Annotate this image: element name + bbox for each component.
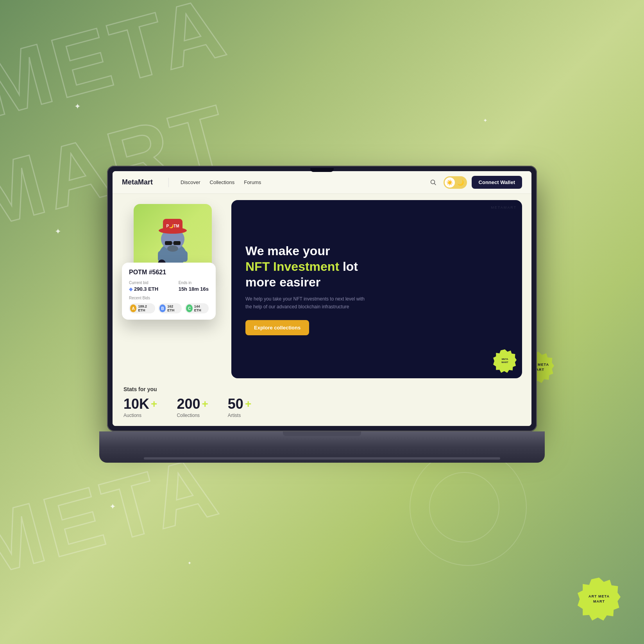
nft-title: POTM #5621 <box>129 269 209 276</box>
bid-avatar-1: A 189.2 ETH <box>129 303 155 313</box>
theme-toggle[interactable]: ☀️ 🌙 <box>444 176 467 189</box>
hero-dark-panel: METAMART We make your NFT Investment lot… <box>231 200 522 378</box>
nav-collections[interactable]: Collections <box>210 179 235 185</box>
metamart-badge: METAMART <box>493 349 517 373</box>
recent-bids-label: Recent Bids <box>129 296 209 300</box>
panel-watermark: METAMART <box>491 206 517 209</box>
ends-in-label: Ends in <box>179 281 209 285</box>
current-bid-label: Current bid <box>129 281 158 285</box>
nft-card-wrapper: P🌙TM <box>122 200 224 378</box>
svg-rect-12 <box>182 251 188 262</box>
hero-subtitle: We help you take your NFT investments to… <box>245 295 370 310</box>
search-button[interactable] <box>428 177 439 188</box>
camera <box>310 168 334 172</box>
badge-inner-text: METAMART <box>501 358 508 364</box>
badge-shape: METAMART <box>493 349 517 373</box>
sparkle-5: ✦ <box>188 560 191 566</box>
stats-row: 10K + Auctions 200 + Collections <box>123 397 521 418</box>
sparkle-1: ✦ <box>74 102 81 111</box>
svg-line-1 <box>434 183 436 185</box>
headline-accent: NFT Investment <box>245 259 339 274</box>
svg-text:P🌙TM: P🌙TM <box>166 224 179 229</box>
headline-part2: more easirer <box>245 275 320 289</box>
laptop-base-bottom <box>144 457 500 460</box>
nav-forums[interactable]: Forums <box>244 179 261 185</box>
nft-character-svg: P🌙TM <box>145 208 200 270</box>
moon-icon: 🌙 <box>457 179 464 186</box>
sparkle-4: ✦ <box>483 117 488 123</box>
stats-label: Stats for you <box>123 386 521 392</box>
stats-section: Stats for you 10K + Auctions 200 <box>122 386 522 418</box>
sparkle-3: ✦ <box>109 502 116 511</box>
headline-part1: We make your <box>245 244 330 258</box>
stat-artists: 50 + Artists <box>228 397 251 418</box>
stat-artists-plus: + <box>245 399 251 410</box>
svg-point-10 <box>167 245 178 252</box>
current-bid-value: ◆ 290.3 ETH <box>129 286 158 292</box>
bid-avatar-2: B 162 ETH <box>158 303 182 313</box>
sun-theme-btn[interactable]: ☀️ <box>445 177 455 188</box>
screen-bezel: MetaMart Discover Collections Forums ☀️ <box>107 166 537 431</box>
deco-circle-1 <box>410 449 527 566</box>
screen: MetaMart Discover Collections Forums ☀️ <box>113 171 531 426</box>
bottom-right-badge: ART METAMART <box>578 578 621 621</box>
bid-amount-2: 162 ETH <box>167 304 179 312</box>
hero-headline: We make your NFT Investment lot more eas… <box>245 243 508 290</box>
avatar-3: C <box>186 304 192 312</box>
nav-right: ☀️ 🌙 Connect Wallet <box>428 176 522 189</box>
ends-in-value: 15h 18m 16s <box>179 286 209 292</box>
ends-in-section: Ends in 15h 18m 16s <box>179 281 209 292</box>
stat-collections: 200 + Collections <box>177 397 208 418</box>
connect-wallet-button[interactable]: Connect Wallet <box>472 176 522 189</box>
current-bid-section: Current bid ◆ 290.3 ETH <box>129 281 158 292</box>
explore-button[interactable]: Explore collections <box>245 320 309 335</box>
headline-lot: lot <box>343 259 358 274</box>
avatar-1: A <box>130 304 136 312</box>
stat-artists-number: 50 + <box>228 397 251 411</box>
eth-diamond-icon: ◆ <box>129 286 132 292</box>
bid-avatars: A 189.2 ETH B 162 ETH C 144 ETH <box>129 303 209 313</box>
nav-divider <box>168 178 169 187</box>
stat-auctions: 10K + Auctions <box>123 397 157 418</box>
main-content: P🌙TM <box>113 194 531 426</box>
stat-collections-plus: + <box>202 399 208 410</box>
bid-info-row: Current bid ◆ 290.3 ETH Ends in 15h 18m … <box>129 281 209 292</box>
logo: MetaMart <box>122 178 153 186</box>
stat-auctions-plus: + <box>151 399 157 410</box>
stat-artists-label: Artists <box>228 413 251 418</box>
nft-bid-card: POTM #5621 Current bid ◆ 290.3 ETH <box>122 263 216 320</box>
stat-collections-label: Collections <box>177 413 208 418</box>
badge-text-br: ART METAMART <box>589 594 610 604</box>
stat-collections-number: 200 + <box>177 397 208 411</box>
sparkle-2: ✦ <box>55 227 61 236</box>
bid-avatar-3: C 144 ETH <box>185 303 209 313</box>
stat-auctions-number: 10K + <box>123 397 157 411</box>
bid-amount-1: 189.2 ETH <box>138 304 152 312</box>
deco-circle-2 <box>429 472 499 542</box>
bid-amount-3: 144 ETH <box>194 304 206 312</box>
svg-rect-7 <box>165 241 172 245</box>
moon-theme-btn[interactable]: 🌙 <box>456 177 466 188</box>
navbar: MetaMart Discover Collections Forums ☀️ <box>113 171 531 194</box>
laptop: MetaMart Discover Collections Forums ☀️ <box>107 166 537 463</box>
hero-section: P🌙TM <box>122 200 522 378</box>
nav-links: Discover Collections Forums <box>181 179 416 185</box>
svg-rect-8 <box>174 241 181 245</box>
sun-icon: ☀️ <box>446 179 453 186</box>
bg-text-meta: META <box>0 0 238 138</box>
avatar-2: B <box>159 304 166 312</box>
nav-discover[interactable]: Discover <box>181 179 200 185</box>
laptop-base <box>99 431 545 463</box>
stat-auctions-label: Auctions <box>123 413 157 418</box>
